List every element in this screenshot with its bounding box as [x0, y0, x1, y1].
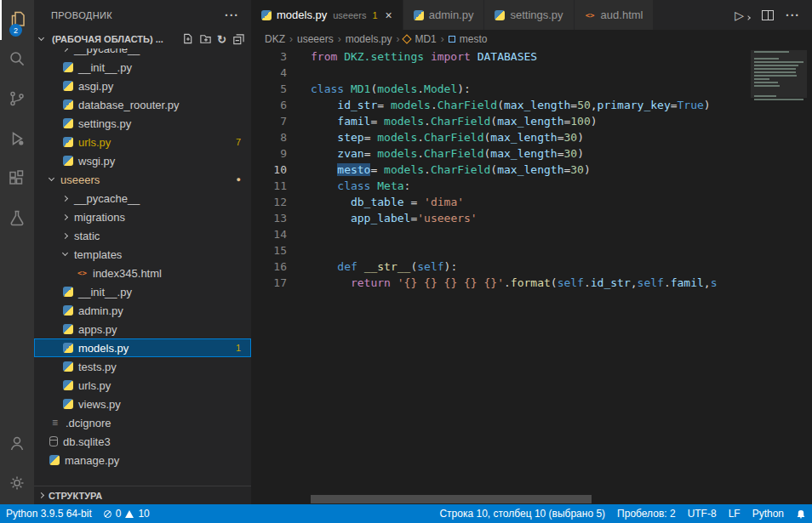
explorer-activity-button[interactable]: 2	[0, 0, 34, 40]
breadcrumb-item-mesto[interactable]: mesto	[460, 33, 488, 45]
tree-item-settings-py[interactable]: settings.py	[34, 114, 251, 133]
code-line[interactable]: 9 zvan= models.CharField(max_length=30)	[251, 145, 812, 162]
source-control-icon	[7, 88, 27, 112]
chevron-down-icon	[62, 250, 68, 256]
settings-button[interactable]	[0, 464, 34, 504]
tree-item-wsgi-py[interactable]: wsgi.py	[34, 151, 251, 170]
tab-admin-py[interactable]: admin.py	[403, 0, 485, 30]
tab-aud-html[interactable]: aud.html	[575, 0, 655, 30]
more-actions-icon[interactable]	[786, 8, 800, 23]
tree-folder-static[interactable]: static	[34, 226, 251, 245]
chevron-down-icon	[38, 35, 44, 41]
code-line[interactable]: 13 app_label='useeers'	[251, 210, 812, 226]
run-python-file-button[interactable]	[735, 8, 750, 23]
python-file-icon	[63, 62, 73, 72]
code-line[interactable]: 17 return '{} {} {} {} {}'.format(self.i…	[251, 275, 812, 291]
tree-item-apps-py[interactable]: apps.py	[34, 320, 251, 338]
accounts-button[interactable]	[0, 424, 34, 464]
status-eol[interactable]: LF	[723, 504, 746, 523]
tree-item-dcignore[interactable]: .dcignore	[34, 413, 251, 432]
new-folder-icon[interactable]	[199, 32, 212, 47]
notifications-bell-icon[interactable]	[790, 504, 812, 523]
breadcrumb-item-models-py[interactable]: models.py	[346, 33, 392, 45]
tree-item-asgi-py[interactable]: asgi.py	[34, 77, 251, 95]
tree-item-index345-html[interactable]: index345.html	[34, 264, 251, 282]
explorer-badge: 2	[9, 24, 22, 37]
tree-item-views-py[interactable]: views.py	[34, 395, 251, 413]
tree-item-db-sqlite3[interactable]: db.sqlite3	[34, 432, 251, 451]
breadcrumb-item-md1[interactable]: MD1	[415, 33, 436, 45]
code-line[interactable]: 8 step= models.CharField(max_length=30)	[251, 129, 812, 145]
new-file-icon[interactable]	[181, 32, 194, 47]
close-icon[interactable]: ×	[386, 9, 392, 22]
tab-label: admin.py	[429, 9, 474, 21]
more-actions-icon[interactable]	[225, 9, 239, 22]
python-file-icon	[63, 324, 73, 334]
tree-folder-useeers[interactable]: useeers●	[34, 170, 251, 189]
status-python-version[interactable]: Python 3.9.5 64-bit	[0, 504, 98, 523]
status-encoding[interactable]: UTF-8	[682, 504, 723, 523]
status-indentation[interactable]: Пробелов: 2	[611, 504, 682, 523]
tab-directory-hint: useeers	[333, 10, 366, 20]
explorer-sidebar: ПРОВОДНИК (РАБОЧАЯ ОБЛАСТЬ) ... ↻ __pyca…	[34, 0, 251, 504]
status-cursor-position[interactable]: Строка 10, столбец 10 (выбрано 5)	[433, 504, 611, 523]
code-line-current[interactable]: 10 mesto= models.CharField(max_length=30…	[251, 162, 812, 178]
minimap[interactable]	[752, 50, 805, 102]
status-problems[interactable]: 0 10	[98, 504, 156, 523]
code-line[interactable]: 12 db_table = 'dima'	[251, 194, 812, 210]
search-activity-button[interactable]	[0, 40, 34, 80]
python-file-icon	[63, 380, 73, 390]
tree-folder-pycache[interactable]: __pycache__	[34, 189, 251, 207]
run-icon	[735, 8, 744, 22]
python-file-icon	[63, 287, 73, 297]
tab-label: settings.py	[510, 9, 563, 21]
code-line[interactable]: 6 id_str= models.CharField(max_length=50…	[251, 97, 812, 113]
code-line[interactable]: 14	[251, 226, 812, 242]
tree-item-tests-py[interactable]: tests.py	[34, 357, 251, 376]
horizontal-scrollbar[interactable]	[311, 495, 592, 503]
tab-settings-py[interactable]: settings.py	[484, 0, 574, 30]
outline-section-header[interactable]: СТРУКТУРА	[34, 486, 251, 504]
source-control-activity-button[interactable]	[0, 80, 34, 120]
status-bar: Python 3.9.5 64-bit 0 10 Строка 10, стол…	[0, 504, 812, 523]
python-file-icon	[63, 118, 73, 128]
tree-item-init-py-useeers[interactable]: __init__.py	[34, 282, 251, 301]
workspace-label: (РАБОЧАЯ ОБЛАСТЬ) ...	[52, 34, 163, 44]
code-line[interactable]: 3from DKZ.settings import DATABASES	[251, 48, 812, 65]
code-line[interactable]: 4	[251, 65, 812, 81]
modified-dot-badge: ●	[237, 175, 241, 184]
tree-item-admin-py[interactable]: admin.py	[34, 301, 251, 320]
breadcrumb-item-dkz[interactable]: DKZ	[265, 33, 285, 45]
tree-folder-templates[interactable]: templates	[34, 245, 251, 264]
code-line[interactable]: 7 famil= models.CharField(max_length=100…	[251, 113, 812, 129]
collapse-all-icon[interactable]	[232, 32, 244, 47]
chevron-right-icon	[62, 195, 68, 201]
refresh-icon[interactable]: ↻	[217, 34, 226, 45]
code-editor[interactable]: 3from DKZ.settings import DATABASES 4 5c…	[251, 48, 812, 504]
python-file-icon	[495, 10, 505, 20]
tree-item-models-py-selected[interactable]: models.py1	[34, 338, 251, 357]
problems-badge: 1	[236, 343, 241, 353]
breadcrumb-item-useeers[interactable]: useeers	[297, 33, 334, 45]
chevron-down-icon	[49, 175, 54, 181]
split-editor-icon[interactable]	[762, 10, 774, 20]
code-line[interactable]: 11 class Meta:	[251, 178, 812, 194]
tree-item-urls-py-useeers[interactable]: urls.py	[34, 376, 251, 395]
tree-item-manage-py[interactable]: manage.py	[34, 451, 251, 469]
code-line[interactable]: 16 def __str__(self):	[251, 259, 812, 275]
problems-badge: 7	[236, 137, 241, 147]
status-language[interactable]: Python	[746, 504, 790, 523]
testing-activity-button[interactable]	[0, 200, 34, 240]
tree-item-database-roouter-py[interactable]: database_roouter.py	[34, 95, 251, 114]
tree-folder-migrations[interactable]: migrations	[34, 207, 251, 226]
tree-item-init-py[interactable]: __init__.py	[34, 58, 251, 77]
run-debug-activity-button[interactable]	[0, 120, 34, 160]
code-line[interactable]: 15	[251, 242, 812, 259]
code-line[interactable]: 5class MD1(models.Model):	[251, 81, 812, 97]
workspace-section-header[interactable]: (РАБОЧАЯ ОБЛАСТЬ) ... ↻	[34, 30, 251, 48]
extensions-activity-button[interactable]	[0, 160, 34, 200]
tree-item-urls-py-dkz[interactable]: urls.py7	[34, 133, 251, 151]
tab-problems-badge: 1	[372, 10, 377, 20]
python-file-icon	[63, 305, 73, 316]
tab-models-py[interactable]: models.py useeers 1 ×	[251, 0, 403, 30]
